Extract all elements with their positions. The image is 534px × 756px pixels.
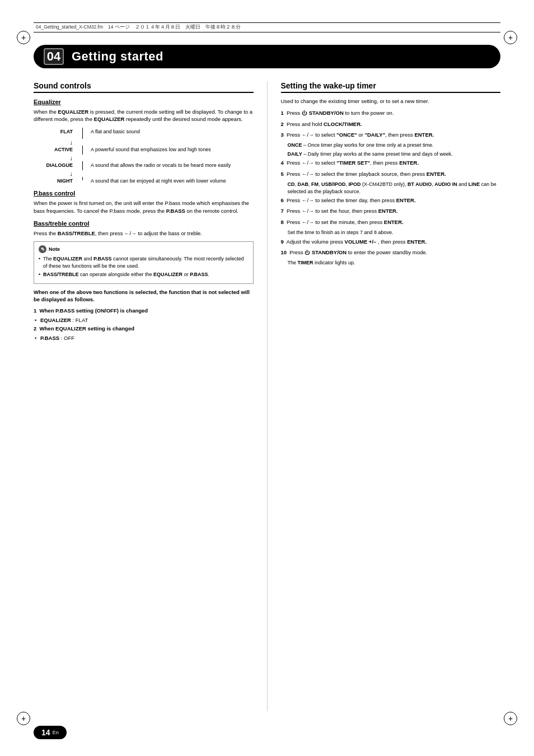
eq-desc-dialogue: A sound that allows the radio or vocals … xyxy=(91,161,254,169)
header-bar: 04_Getting_started_X-CM32.fm 14 ページ ２０１４… xyxy=(34,22,500,32)
step-5: 5 Press ←/→ to select the timer playback… xyxy=(281,170,501,178)
eq-row-dialogue: DIALOGUE A sound that allows the radio o… xyxy=(39,161,254,170)
bullet-item-1: EQUALIZER : FLAT xyxy=(34,316,254,324)
timer-intro: Used to change the existing timer settin… xyxy=(281,97,501,105)
step-10: 10 Press ⏻ STANDBY/ON to enter the power… xyxy=(281,249,501,256)
page-number: 14 xyxy=(41,728,50,737)
equalizer-intro: When the EQUALIZER is pressed, the curre… xyxy=(34,108,254,123)
sound-controls-title: Sound controls xyxy=(34,81,254,93)
pbass-subtitle: P.bass control xyxy=(34,190,254,197)
note-icon: ✎ xyxy=(39,245,46,253)
registration-mark-br xyxy=(504,712,517,725)
step-1: 1 Press ⏻ STANDBY/ON to turn the power o… xyxy=(281,109,501,116)
pbass-text: When the power is first turned on, the u… xyxy=(34,199,254,214)
list-item-2: 2 When EQUALIZER setting is changed xyxy=(34,325,254,332)
bass-treble-text: Press the BASS/TREBLE, then press ←/→ to… xyxy=(34,230,254,237)
step-2: 2 Press and hold CLOCK/TIMER. xyxy=(281,120,501,128)
timer-section-title: Setting the wake-up timer xyxy=(281,81,501,93)
eq-row-active: ACTIVE A powerful sound that emphasizes … xyxy=(39,146,254,155)
eq-desc-night: A sound that can be enjoyed at night eve… xyxy=(91,177,254,185)
step-5-sub: CD, DAB, FM, USB/IPOD, IPOD (X-CM42BTD o… xyxy=(288,181,501,195)
note-title: ✎ Note xyxy=(39,245,249,253)
page-number-box: 14 En xyxy=(34,726,67,739)
header-text: 04_Getting_started_X-CM32.fm 14 ページ ２０１４… xyxy=(36,24,241,31)
bullet-item-2: P.BASS : OFF xyxy=(34,334,254,342)
eq-arrow-2: ↓ xyxy=(39,155,254,161)
step-4: 4 Press ←/→ to select "TIMER SET", then … xyxy=(281,159,501,166)
eq-row-flat: FLAT A flat and basic sound xyxy=(39,128,254,139)
eq-label-active: ACTIVE xyxy=(39,146,77,152)
note-item-2: BASS/TREBLE can operate alongside either… xyxy=(39,271,249,278)
page-lang: En xyxy=(53,730,59,735)
chapter-title: Getting started xyxy=(72,49,163,64)
eq-desc-active: A powerful sound that emphasizes low and… xyxy=(91,146,254,153)
equalizer-diagram: FLAT A flat and basic sound ↓ ACTIVE A p… xyxy=(39,128,254,185)
eq-label-flat: FLAT xyxy=(39,128,77,134)
content-area: Sound controls Equalizer When the EQUALI… xyxy=(34,81,500,711)
eq-desc-flat: A flat and basic sound xyxy=(91,128,254,136)
step-10-sub: The TIMER indicator lights up. xyxy=(288,259,501,267)
step-8: 8 Press ←/→ to set the minute, then pres… xyxy=(281,218,501,226)
bass-treble-subtitle: Bass/treble control xyxy=(34,220,254,227)
eq-label-night: NIGHT xyxy=(39,177,77,184)
step-9: 9 Adjust the volume press VOLUME +/– , t… xyxy=(281,238,501,245)
list-item-1: 1 When P.BASS setting (ON/OFF) is change… xyxy=(34,307,254,314)
chapter-number: 04 xyxy=(44,48,64,65)
registration-mark-tl xyxy=(17,31,30,44)
column-divider xyxy=(267,81,268,711)
step-6: 6 Press ←/→ to select the timer day, the… xyxy=(281,197,501,204)
equalizer-subtitle: Equalizer xyxy=(34,99,254,105)
registration-mark-tr xyxy=(504,31,517,44)
step-3-once: ONCE – Once timer play works for one tim… xyxy=(288,142,501,149)
eq-row-night: NIGHT A sound that can be enjoyed at nig… xyxy=(39,177,254,185)
step-3: 3 Press ←/→ to select "ONCE" or "DAILY",… xyxy=(281,131,501,138)
registration-mark-bl xyxy=(17,712,30,725)
eq-arrow-3: ↓ xyxy=(39,170,254,177)
eq-label-dialogue: DIALOGUE xyxy=(39,161,77,168)
step-7: 7 Press ←/→ to set the hour, then press … xyxy=(281,207,501,214)
note-item-1: The EQUALIZER and P.BASS cannot operate … xyxy=(39,255,249,269)
right-column: Setting the wake-up timer Used to change… xyxy=(281,81,501,711)
step-3-daily: DAILY – Daily timer play works at the sa… xyxy=(288,151,501,158)
bold-paragraph: When one of the above two functions is s… xyxy=(34,288,254,304)
chapter-heading: 04 Getting started xyxy=(34,45,500,68)
left-column: Sound controls Equalizer When the EQUALI… xyxy=(34,81,254,711)
eq-arrow-1: ↓ xyxy=(39,139,254,146)
step-8-sub: Set the time to finish as in steps 7 and… xyxy=(288,229,501,236)
note-box: ✎ Note The EQUALIZER and P.BASS cannot o… xyxy=(34,241,254,284)
